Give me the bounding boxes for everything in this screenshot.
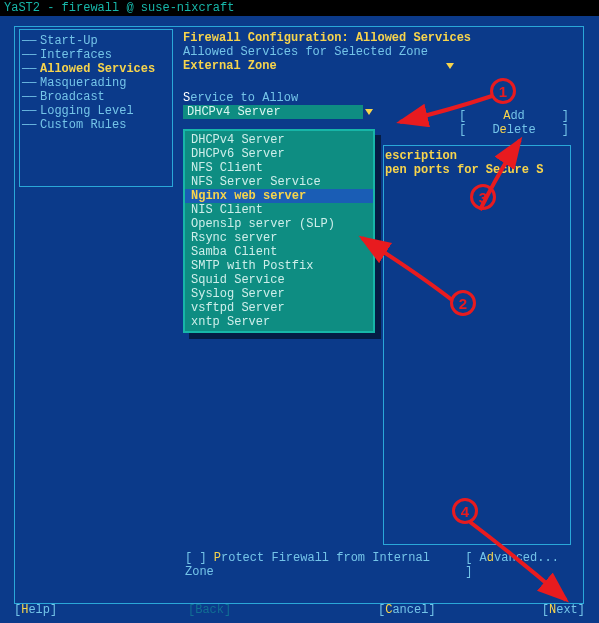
next-pre: [ [542, 603, 549, 617]
sidebar-item-broadcast[interactable]: ──Broadcast [20, 90, 172, 104]
del-hot: e [500, 123, 507, 137]
service-select-value[interactable]: DHCPv4 Server [183, 105, 363, 119]
dropdown-item[interactable]: NFS Server Service [185, 175, 373, 189]
tree-branch-icon: ── [22, 104, 40, 118]
zone-row: External Zone [183, 59, 577, 73]
sidebar-item-label: Allowed Services [40, 62, 155, 76]
sidebar-item-label: Logging Level [40, 104, 134, 118]
cancel-button[interactable]: [Cancel] [378, 603, 436, 617]
next-rest: ext] [556, 603, 585, 617]
dropdown-item[interactable]: Nginx web server [185, 189, 373, 203]
dropdown-item[interactable]: NFS Client [185, 161, 373, 175]
sidebar-item-label: Masquerading [40, 76, 126, 90]
protect-checkbox[interactable]: [ ] Protect Firewall from Internal Zone [185, 551, 465, 579]
add-button[interactable]: [Add] [459, 109, 569, 123]
content-area: Firewall Configuration: Allowed Services… [183, 31, 577, 119]
dropdown-item[interactable]: Squid Service [185, 273, 373, 287]
action-buttons: [Add] [Delete] [459, 109, 569, 137]
sidebar-item-label: Start-Up [40, 34, 98, 48]
annotation-3: 3 [470, 184, 496, 210]
protect-row: [ ] Protect Firewall from Internal Zone … [185, 551, 573, 579]
description-label-frag: escription [385, 149, 543, 163]
help-button[interactable]: [Help] [14, 603, 57, 617]
dropdown-item[interactable]: Openslp server (SLP) [185, 217, 373, 231]
del-pre: D [492, 123, 499, 137]
tree-branch-icon: ── [22, 90, 40, 104]
help-rest: elp] [28, 603, 57, 617]
description-text-frag: pen ports for Secure S [385, 163, 543, 177]
annotation-1: 1 [490, 78, 516, 104]
tree-branch-icon: ── [22, 118, 40, 132]
service-label-rest: ervice to Allow [190, 91, 298, 105]
dropdown-item[interactable]: NIS Client [185, 203, 373, 217]
sidebar-item-label: Broadcast [40, 90, 105, 104]
sidebar-item-logging-level[interactable]: ──Logging Level [20, 104, 172, 118]
sidebar-item-masquerading[interactable]: ──Masquerading [20, 76, 172, 90]
dropdown-item[interactable]: Syslog Server [185, 287, 373, 301]
protect-rest: rotect Firewall from Internal Zone [185, 551, 430, 579]
bottom-nav: [Help] [Back] [Cancel] [Next] [0, 603, 599, 617]
adv-hot: d [487, 551, 494, 565]
annotation-2: 2 [450, 290, 476, 316]
window-titlebar: YaST2 - firewall @ suse-nixcraft [0, 0, 599, 16]
next-button[interactable]: [Next] [542, 603, 585, 617]
page-subtitle: Allowed Services for Selected Zone [183, 45, 577, 59]
dropdown-item[interactable]: Samba Client [185, 245, 373, 259]
dropdown-item[interactable]: SMTP with Postfix [185, 259, 373, 273]
sidebar-item-label: Interfaces [40, 48, 112, 62]
chevron-down-icon[interactable] [365, 109, 373, 115]
service-label: Service to Allow [183, 91, 577, 105]
dropdown-item[interactable]: DHCPv4 Server [185, 133, 373, 147]
dropdown-item[interactable]: vsftpd Server [185, 301, 373, 315]
tree-branch-icon: ── [22, 76, 40, 90]
dropdown-item[interactable]: xntp Server [185, 315, 373, 329]
advanced-button[interactable]: [ Advanced... ] [465, 551, 573, 579]
dropdown-item[interactable]: Rsync server [185, 231, 373, 245]
tree-branch-icon: ── [22, 34, 40, 48]
sidebar-item-start-up[interactable]: ──Start-Up [20, 34, 172, 48]
zone-label: External Zone [183, 59, 277, 73]
sidebar-item-label: Custom Rules [40, 118, 126, 132]
dropdown-item[interactable]: DHCPv6 Server [185, 147, 373, 161]
sidebar-item-interfaces[interactable]: ──Interfaces [20, 48, 172, 62]
annotation-4: 4 [452, 498, 478, 524]
sidebar-item-allowed-services[interactable]: ──Allowed Services [20, 62, 172, 76]
tree-branch-icon: ── [22, 62, 40, 76]
back-button: [Back] [188, 603, 231, 617]
protect-pre: [ ] [185, 551, 214, 565]
delete-button[interactable]: [Delete] [459, 123, 569, 137]
description-fragment: escription pen ports for Secure S [385, 149, 543, 177]
add-rest: dd [510, 109, 524, 123]
service-dropdown[interactable]: DHCPv4 ServerDHCPv6 ServerNFS ClientNFS … [183, 129, 375, 333]
sidebar: ──Start-Up──Interfaces──Allowed Services… [19, 29, 173, 187]
cancel-rest: ancel] [392, 603, 435, 617]
del-rest: lete [507, 123, 536, 137]
chevron-down-icon[interactable] [446, 63, 454, 69]
protect-hot: P [214, 551, 221, 565]
adv-pre: [ A [465, 551, 487, 565]
tree-branch-icon: ── [22, 48, 40, 62]
main-panel: ──Start-Up──Interfaces──Allowed Services… [14, 26, 584, 604]
page-title: Firewall Configuration: Allowed Services [183, 31, 577, 45]
sidebar-item-custom-rules[interactable]: ──Custom Rules [20, 118, 172, 132]
